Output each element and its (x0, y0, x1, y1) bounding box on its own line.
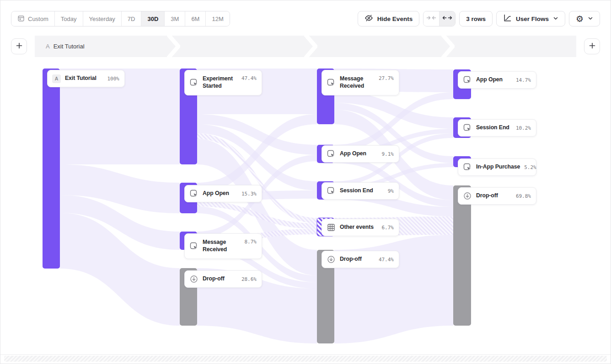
view-selector-label: User Flows (516, 16, 549, 22)
node-card-experiment-started[interactable]: Experiment Started47.4% (184, 70, 262, 95)
event-icon (463, 75, 472, 84)
drop-off-icon (463, 191, 472, 200)
node-label: App Open (340, 150, 366, 158)
gear-icon: ⚙ (576, 15, 584, 23)
event-icon (327, 186, 336, 195)
node-percentage: 14.7% (516, 77, 531, 83)
node-label: Drop-off (476, 192, 498, 200)
event-icon (189, 78, 198, 87)
node-label: Experiment Started (203, 75, 237, 90)
add-step-right-button[interactable] (584, 38, 600, 54)
node-card-other-events[interactable]: Other events6.7% (322, 219, 399, 236)
node-card-exit-tutorial[interactable]: AExit Tutorial100% (47, 70, 125, 87)
node-label: In-App Purchase (476, 164, 520, 171)
rows-label: 3 rows (466, 16, 486, 22)
date-range-label: 7D (128, 16, 135, 22)
date-range-custom[interactable]: Custom (11, 11, 54, 26)
user-flows-icon (503, 14, 512, 24)
user-flows-canvas (0, 0, 611, 364)
date-range-selector: CustomTodayYesterday7D30D3M6M12M (11, 11, 230, 26)
node-card-drop-off-3[interactable]: Drop-off47.4% (322, 251, 399, 268)
node-percentage: 100% (107, 76, 120, 82)
chevron-down-icon (553, 16, 558, 22)
collapse-columns-button[interactable] (423, 11, 439, 26)
node-label: Drop-off (340, 256, 362, 263)
drop-off-icon (189, 274, 198, 284)
date-range-yesterday[interactable]: Yesterday (83, 11, 121, 26)
node-percentage: 9.1% (382, 151, 394, 157)
event-icon (327, 149, 336, 158)
date-range-3m[interactable]: 3M (164, 11, 185, 26)
node-card-session-end-4[interactable]: Session End10.2% (458, 119, 536, 137)
bottom-divider (0, 354, 611, 355)
drop-off-icon (327, 255, 336, 264)
eye-off-icon (364, 14, 373, 24)
node-percentage: 15.3% (241, 191, 257, 197)
node-label: Message Received (340, 75, 375, 90)
node-card-drop-off-4[interactable]: Drop-off69.8% (458, 187, 536, 205)
hide-events-label: Hide Events (377, 16, 413, 22)
plus-icon (589, 42, 596, 51)
node-card-app-open-4[interactable]: App Open14.7% (458, 71, 536, 89)
plus-icon (16, 42, 23, 51)
node-label: Other events (340, 224, 374, 231)
chevron-down-icon (588, 16, 593, 22)
hide-events-button[interactable]: Hide Events (358, 11, 419, 26)
node-label: App Open (203, 190, 229, 197)
arrows-outward-icon (442, 15, 452, 23)
flow-bar-13[interactable] (453, 185, 471, 326)
date-range-6m[interactable]: 6M (185, 11, 205, 26)
flow-bar-0[interactable] (43, 69, 60, 269)
node-label: Session End (340, 187, 373, 195)
date-range-12m[interactable]: 12M (205, 11, 229, 26)
node-label: Exit Tutorial (65, 75, 96, 82)
rows-button[interactable]: 3 rows (459, 11, 493, 26)
node-card-session-end-3[interactable]: Session End9% (322, 182, 399, 200)
node-percentage: 9% (388, 188, 394, 194)
node-card-in-app-purchase[interactable]: In-App Purchase5.2% (458, 158, 536, 176)
node-percentage: 69.8% (516, 193, 531, 199)
view-selector-button[interactable]: User Flows (496, 11, 565, 26)
node-percentage: 47.4% (241, 75, 257, 81)
node-card-app-open-3[interactable]: App Open9.1% (322, 145, 399, 163)
node-label: App Open (476, 76, 503, 84)
node-card-drop-off-2[interactable]: Drop-off28.6% (184, 270, 262, 288)
calendar-icon (17, 15, 25, 23)
toolbar: CustomTodayYesterday7D30D3M6M12M Hide Ev… (11, 11, 600, 26)
expand-columns-button[interactable] (439, 11, 455, 26)
event-icon (189, 242, 198, 251)
date-range-label: 3M (171, 16, 179, 22)
node-percentage: 47.4% (379, 257, 394, 263)
node-percentage: 8.7% (245, 239, 257, 245)
date-range-label: Custom (28, 16, 48, 22)
date-range-label: 6M (191, 16, 199, 22)
node-label: Session End (476, 124, 509, 132)
event-icon (327, 78, 336, 87)
toolbar-right-cluster: Hide Events 3 rows User Flows ⚙ (358, 11, 600, 26)
date-range-label: Yesterday (89, 16, 115, 22)
other-events-grid-icon (327, 223, 336, 232)
node-percentage: 5.2% (524, 164, 536, 170)
node-percentage: 27.7% (379, 75, 394, 81)
date-range-today[interactable]: Today (54, 11, 83, 26)
date-range-30d[interactable]: 30D (141, 11, 164, 26)
date-range-label: 30D (147, 16, 158, 22)
add-step-left-button[interactable] (11, 38, 27, 54)
node-percentage: 6.7% (382, 225, 394, 231)
date-range-label: Today (61, 16, 77, 22)
node-percentage: 10.2% (516, 125, 531, 131)
step-letter-icon: A (52, 74, 61, 83)
date-range-label: 12M (212, 16, 223, 22)
date-range-7d[interactable]: 7D (121, 11, 141, 26)
node-percentage: 28.6% (241, 276, 257, 282)
event-icon (463, 123, 472, 132)
node-card-message-received-2[interactable]: Message Received8.7% (184, 233, 262, 259)
spacing-toggle-group (423, 11, 456, 26)
horizontal-scrollbar[interactable] (4, 356, 607, 362)
settings-button[interactable]: ⚙ (569, 11, 600, 26)
event-icon (463, 163, 472, 172)
node-card-message-received-3[interactable]: Message Received27.7% (322, 70, 399, 95)
node-label: Drop-off (203, 275, 225, 283)
event-icon (189, 189, 198, 198)
node-card-app-open-2[interactable]: App Open15.3% (184, 185, 262, 202)
